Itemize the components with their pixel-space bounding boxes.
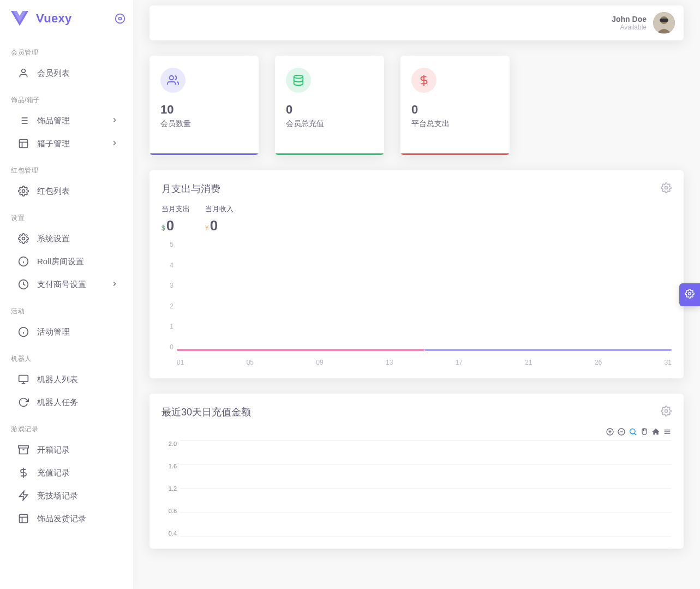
stat-card: 0会员总充值	[275, 56, 384, 155]
nav-item[interactable]: 支付商号设置	[7, 273, 127, 296]
svg-point-49	[689, 292, 691, 295]
brand-logo-icon	[11, 11, 28, 26]
chevron-right-icon	[111, 116, 118, 126]
stat-label: 会员数量	[160, 119, 248, 129]
nav-item-label: 支付商号设置	[37, 279, 86, 290]
floating-settings-button[interactable]	[679, 283, 700, 306]
stats-row: 10会员数量0会员总充值0平台总支出	[149, 56, 684, 155]
nav-item[interactable]: 竞技场记录	[7, 484, 127, 507]
gear-icon	[17, 233, 29, 245]
subtotal-label: 当月收入	[205, 204, 234, 214]
subtotal: 当月收入¥0	[205, 204, 234, 234]
user-menu[interactable]: John Doe Available	[612, 12, 675, 34]
nav-item-label: 会员列表	[37, 68, 70, 79]
nav-item[interactable]: 会员列表	[7, 62, 127, 85]
card-settings-button[interactable]	[661, 406, 672, 419]
y-tick-label: 2.0	[161, 441, 177, 447]
menu-icon[interactable]	[663, 427, 672, 436]
svg-marker-27	[20, 491, 28, 501]
dollar-icon	[17, 467, 29, 479]
x-tick-label: 31	[665, 359, 672, 366]
clock-icon	[17, 278, 29, 290]
svg-rect-24	[19, 446, 28, 448]
y-tick-label: 1.2	[161, 485, 177, 492]
sidebar-collapse-button[interactable]	[115, 13, 125, 24]
brand-link[interactable]: Vuexy	[11, 11, 72, 26]
y-tick-label: 1	[161, 323, 173, 330]
sidebar-nav: 会员管理会员列表饰品/箱子饰品管理箱子管理红包管理红包列表设置系统设置Roll房…	[0, 37, 133, 530]
nav-item[interactable]: 箱子管理	[7, 132, 127, 155]
svg-rect-33	[660, 19, 668, 22]
subtotal-value: 0	[166, 217, 174, 234]
y-tick-label: 5	[161, 241, 173, 248]
x-tick-label: 17	[456, 359, 463, 366]
subtotals-row: 当月支出$0当月收入¥0	[161, 204, 672, 234]
x-tick-label: 01	[177, 359, 184, 366]
user-name: John Doe	[612, 15, 647, 23]
recharge-chart-title: 最近30天日充值金额	[161, 406, 251, 419]
nav-item-label: 饰品发货记录	[37, 514, 86, 524]
nav-item-label: 开箱记录	[37, 445, 70, 455]
svg-point-13	[22, 237, 25, 240]
monthly-chart-title: 月支出与消费	[161, 182, 220, 195]
nav-item[interactable]: Roll房间设置	[7, 250, 127, 273]
chart-data-lines	[177, 349, 672, 351]
recharge-chart: 2.01.61.20.80.4	[161, 427, 672, 537]
chevron-right-icon	[111, 139, 118, 148]
subtotal: 当月支出$0	[161, 204, 190, 234]
nav-item[interactable]: 系统设置	[7, 227, 127, 250]
nav-item-label: 充值记录	[37, 468, 70, 478]
svg-point-34	[170, 76, 173, 80]
stat-card: 0平台总支出	[400, 56, 510, 155]
card-settings-button[interactable]	[661, 182, 672, 195]
nav-section-title: 游戏记录	[0, 414, 133, 438]
nav-item[interactable]: 开箱记录	[7, 438, 127, 461]
zoom-out-icon[interactable]	[617, 427, 626, 436]
nav-section-title: 饰品/箱子	[0, 85, 133, 109]
zoom-in-icon[interactable]	[606, 427, 614, 436]
svg-point-44	[630, 429, 635, 434]
y-tick-label: 2	[161, 302, 173, 310]
currency-symbol: ¥	[205, 224, 209, 232]
nav-item-label: 系统设置	[37, 234, 70, 244]
nav-item[interactable]: 机器人列表	[7, 368, 127, 391]
stat-card: 10会员数量	[149, 56, 259, 155]
zoom-select-icon[interactable]	[629, 427, 637, 436]
home-icon[interactable]	[651, 427, 660, 436]
monthly-chart: 543210 0105091317212631	[161, 241, 672, 366]
nav-section-title: 会员管理	[0, 37, 133, 62]
x-tick-label: 26	[595, 359, 602, 366]
gear-icon	[17, 185, 29, 197]
zap-icon	[17, 490, 29, 502]
y-tick-label: 4	[161, 261, 173, 269]
user-icon	[17, 67, 29, 79]
database-icon	[286, 68, 311, 93]
refresh-icon	[17, 396, 29, 408]
sidebar-header: Vuexy	[0, 0, 133, 37]
avatar	[653, 12, 675, 34]
nav-item[interactable]: 饰品管理	[7, 109, 127, 132]
y-tick-label: 3	[161, 282, 173, 289]
stat-label: 会员总充值	[286, 119, 373, 129]
pan-icon[interactable]	[640, 427, 649, 436]
subtotal-label: 当月支出	[161, 204, 190, 214]
svg-point-35	[294, 75, 303, 79]
nav-section-title: 活动	[0, 296, 133, 320]
x-tick-label: 09	[316, 359, 323, 366]
nav-item[interactable]: 红包列表	[7, 180, 127, 203]
info-icon	[17, 326, 29, 338]
nav-item[interactable]: 充值记录	[7, 461, 127, 484]
nav-item-label: 机器人列表	[37, 374, 78, 385]
nav-item[interactable]: 活动管理	[7, 320, 127, 343]
nav-item-label: 竞技场记录	[37, 491, 78, 501]
nav-item[interactable]: 机器人任务	[7, 391, 127, 414]
nav-item-label: 机器人任务	[37, 397, 78, 408]
svg-rect-28	[20, 515, 28, 523]
svg-line-45	[635, 433, 636, 435]
svg-point-0	[116, 14, 125, 23]
stat-value: 0	[286, 103, 373, 117]
nav-item[interactable]: 饰品发货记录	[7, 507, 127, 530]
nav-item-label: Roll房间设置	[37, 257, 84, 267]
svg-point-2	[22, 69, 26, 73]
stat-label: 平台总支出	[411, 119, 499, 129]
